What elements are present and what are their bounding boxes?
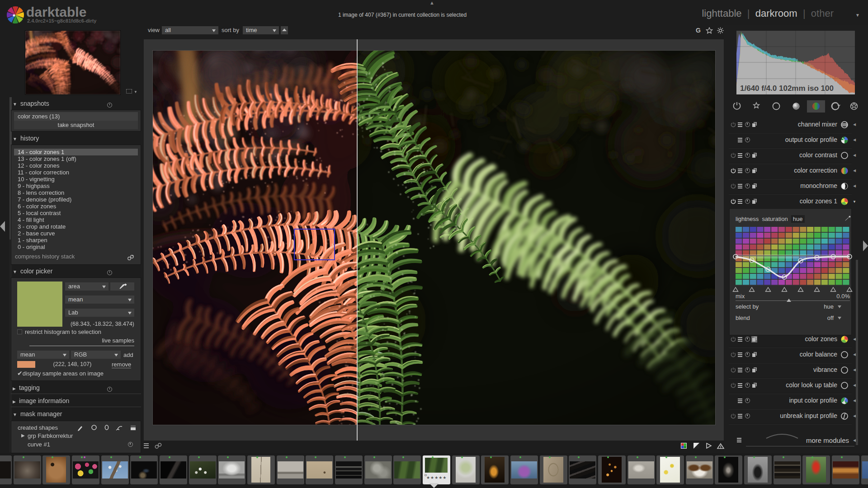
svg-text:1/640 f/4.0 102mm iso 100: 1/640 f/4.0 102mm iso 100 bbox=[740, 84, 834, 93]
